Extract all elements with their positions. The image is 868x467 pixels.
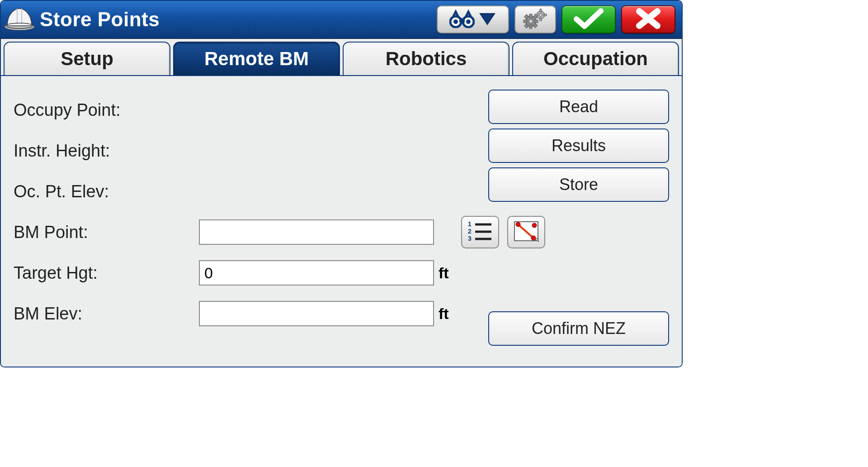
tab-bar: Setup Remote BM Robotics Occupation [1,39,682,76]
tab-occupation[interactable]: Occupation [512,42,679,75]
label-bm-point: BM Point: [14,223,194,242]
svg-marker-7 [480,14,495,24]
button-label: Read [559,97,598,116]
svg-point-4 [453,19,458,24]
numbered-list-icon: 1 2 3 [467,220,493,244]
tab-setup[interactable]: Setup [4,42,170,75]
confirm-nez-button[interactable]: Confirm NEZ [488,311,669,346]
label-bm-elev: BM Elev: [14,304,194,324]
svg-point-5 [466,19,471,24]
svg-text:1: 1 [468,220,472,228]
svg-rect-6 [459,18,465,23]
point-list-button[interactable]: 1 2 3 [461,216,499,248]
svg-rect-11 [529,25,532,29]
label-occupy-point: Occupy Point: [14,100,194,120]
map-points-icon [513,220,540,244]
title-left: Store Points [4,6,160,33]
svg-point-9 [529,19,533,23]
binoculars-icon [449,9,475,30]
tab-label: Occupation [543,48,648,70]
title-bar: Store Points [1,1,682,39]
results-button[interactable]: Results [488,129,669,163]
target-hgt-input[interactable] [199,260,434,286]
svg-point-33 [531,236,536,240]
read-button[interactable]: Read [488,90,669,124]
search-binoculars-button[interactable] [437,5,509,33]
map-pick-button[interactable] [507,216,545,248]
label-instr-height: Instr. Height: [14,141,194,161]
settings-button[interactable] [514,5,556,33]
hardhat-icon [4,6,35,33]
bm-point-extras: 1 2 3 [461,216,669,248]
tab-label: Remote BM [204,48,309,70]
ok-button[interactable] [561,5,616,33]
svg-text:3: 3 [468,235,472,242]
tab-remote-bm[interactable]: Remote BM [173,42,340,75]
target-hgt-unit: ft [439,264,457,282]
store-button[interactable]: Store [488,167,669,202]
triangle-down-icon [478,11,496,28]
bm-elev-unit: ft [439,305,457,323]
button-label: Results [552,136,606,155]
svg-rect-10 [529,14,532,18]
svg-rect-22 [535,14,538,16]
gears-icon [522,8,549,31]
button-label: Store [559,175,598,194]
page-title: Store Points [40,8,160,31]
svg-rect-13 [534,20,538,23]
bm-point-input[interactable] [199,219,434,245]
svg-point-34 [532,223,537,228]
row-target-hgt: Target Hgt: ft [14,253,669,293]
svg-rect-20 [540,9,542,12]
side-button-column: Read Results Store [488,90,669,202]
row-bm-point: BM Point: 1 2 3 [14,212,669,253]
label-oc-pt-elev: Oc. Pt. Elev: [14,182,194,201]
svg-rect-12 [524,20,527,23]
svg-rect-23 [544,14,547,16]
confirm-row: Confirm NEZ [488,311,669,346]
svg-point-19 [539,14,542,16]
form-body: Read Results Store Occupy Point: Instr. … [1,76,682,367]
label-target-hgt: Target Hgt: [14,263,194,283]
tab-label: Setup [61,48,113,70]
close-x-icon [635,8,662,31]
title-actions [437,5,675,33]
cancel-button[interactable] [621,5,675,33]
bm-elev-input[interactable] [199,301,434,326]
button-label: Confirm NEZ [532,319,626,338]
svg-point-32 [516,222,520,227]
svg-text:2: 2 [468,228,472,235]
app-window: Store Points [0,0,683,367]
check-icon [573,7,604,32]
tab-robotics[interactable]: Robotics [343,42,509,75]
tab-label: Robotics [386,48,467,70]
svg-rect-21 [540,18,542,21]
